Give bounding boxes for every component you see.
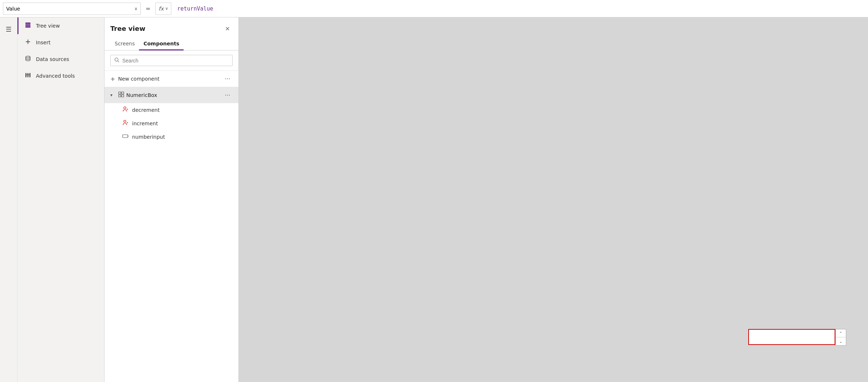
main-layout: ☰ Tree view Insert <box>0 17 868 382</box>
svg-line-11 <box>118 61 119 62</box>
svg-rect-14 <box>119 95 121 97</box>
sidebar-item-data-sources[interactable]: Data sources <box>17 51 104 68</box>
svg-rect-0 <box>25 23 30 24</box>
icon-sidebar: ☰ <box>0 17 17 382</box>
property-select-value: Value <box>6 6 134 12</box>
svg-rect-13 <box>122 92 124 94</box>
layers-icon <box>24 22 32 30</box>
sidebar-item-label: Tree view <box>36 23 60 29</box>
chevron-down-icon: ⌄ <box>839 340 842 344</box>
list-item-increment[interactable]: increment <box>105 117 238 130</box>
svg-rect-12 <box>119 92 121 94</box>
component-row-numericbox[interactable]: ▾ NumericBox ··· <box>105 87 238 103</box>
component-instance-icon <box>122 119 129 127</box>
equals-sign: = <box>144 5 152 12</box>
close-icon: × <box>225 25 230 32</box>
formula-value[interactable]: returnValue <box>174 5 865 12</box>
svg-rect-6 <box>25 73 26 77</box>
component-instance-icon <box>122 106 129 114</box>
chevron-up-icon: ⌃ <box>839 331 842 335</box>
close-button[interactable]: × <box>222 23 233 33</box>
hamburger-icon: ☰ <box>5 25 11 33</box>
new-component-row[interactable]: + New component ··· <box>105 71 238 87</box>
component-name: NumericBox <box>126 92 220 98</box>
tools-icon <box>24 72 32 80</box>
left-nav: Tree view Insert Data sources <box>17 17 105 382</box>
tab-components[interactable]: Components <box>139 38 184 50</box>
sidebar-item-insert[interactable]: Insert <box>17 34 104 51</box>
search-input-wrap <box>110 55 233 66</box>
search-container <box>105 50 238 71</box>
child-item-label: increment <box>132 121 158 126</box>
tree-tabs: Screens Components <box>105 35 238 50</box>
svg-rect-1 <box>25 24 30 26</box>
tree-panel-title: Tree view <box>110 25 146 32</box>
new-component-label: New component <box>118 76 222 82</box>
tree-panel-header: Tree view × <box>105 17 238 33</box>
svg-rect-8 <box>29 73 30 77</box>
sidebar-item-label: Insert <box>36 40 50 45</box>
numeric-spinner: ⌃ ⌄ <box>835 329 846 346</box>
fx-button[interactable]: fx ∨ <box>155 3 171 15</box>
svg-point-10 <box>115 58 118 61</box>
component-grid-icon <box>118 92 124 99</box>
sidebar-item-advanced-tools[interactable]: Advanced tools <box>17 68 104 84</box>
search-input[interactable] <box>122 58 229 64</box>
svg-point-19 <box>124 120 126 122</box>
tab-screens[interactable]: Screens <box>110 38 139 50</box>
property-select[interactable]: Value ∨ <box>3 3 141 15</box>
spinner-down-button[interactable]: ⌄ <box>836 337 846 345</box>
list-item-decrement[interactable]: decrement <box>105 103 238 117</box>
svg-rect-15 <box>122 95 124 97</box>
fx-chevron-icon: ∨ <box>165 6 168 11</box>
input-icon <box>122 133 129 141</box>
plus-icon: + <box>110 76 115 82</box>
child-item-label: decrement <box>132 107 160 113</box>
ellipsis-icon: ··· <box>225 76 230 82</box>
new-component-ellipsis-button[interactable]: ··· <box>222 74 233 84</box>
svg-point-16 <box>124 107 126 109</box>
component-ellipsis-button[interactable]: ··· <box>222 90 233 100</box>
numeric-box-widget: ⌃ ⌄ <box>748 329 846 346</box>
svg-rect-22 <box>123 135 128 138</box>
formula-bar: Value ∨ = fx ∨ returnValue <box>0 0 868 17</box>
sidebar-item-tree-view[interactable]: Tree view <box>17 17 104 34</box>
list-item-numberinput[interactable]: numberinput <box>105 130 238 143</box>
plus-icon <box>24 38 32 46</box>
svg-point-5 <box>26 56 30 58</box>
svg-rect-7 <box>28 73 29 77</box>
chevron-down-icon: ▾ <box>110 93 116 98</box>
canvas: ⌃ ⌄ <box>239 17 868 382</box>
search-icon <box>114 57 119 64</box>
tree-panel: Tree view × Screens Components <box>105 17 239 382</box>
numeric-input[interactable] <box>748 329 835 345</box>
sidebar-item-label: Advanced tools <box>36 73 75 79</box>
spinner-up-button[interactable]: ⌃ <box>836 329 846 337</box>
chevron-down-icon: ∨ <box>134 6 138 11</box>
ellipsis-icon: ··· <box>225 92 230 99</box>
child-item-label: numberinput <box>132 134 165 140</box>
svg-rect-2 <box>25 26 30 28</box>
tree-content: ▾ NumericBox ··· <box>105 87 238 382</box>
fx-label: fx <box>159 5 164 12</box>
database-icon <box>24 55 32 63</box>
sidebar-item-label: Data sources <box>36 56 69 62</box>
hamburger-menu-button[interactable]: ☰ <box>1 22 16 36</box>
